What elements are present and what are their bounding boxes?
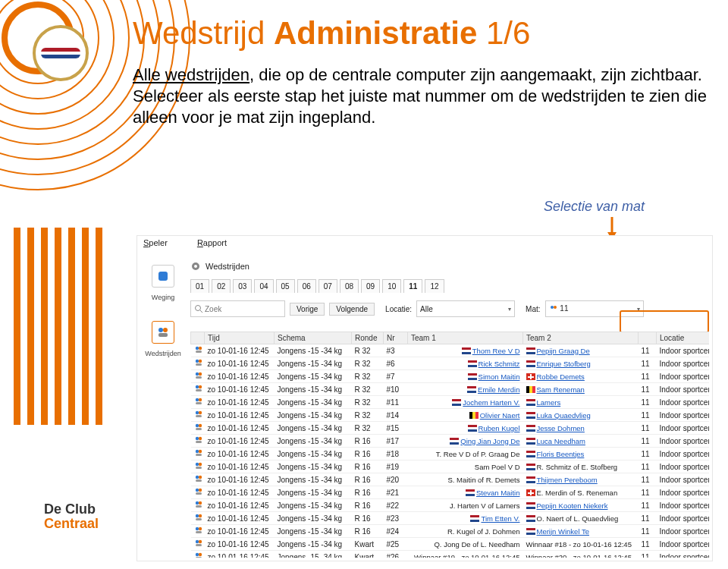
gear-icon	[190, 261, 201, 272]
sidebar-weging-label: Weging	[152, 294, 174, 301]
footer-brand: De Club Centraal	[44, 502, 99, 531]
tab-03[interactable]: 03	[233, 279, 252, 293]
svg-point-47	[198, 424, 201, 427]
svg-point-40	[195, 398, 198, 401]
sidebar-wedstrijden-button[interactable]	[152, 321, 174, 344]
table-row[interactable]: zo 10-01-16 12:45Jongens -15 -34 kgR 32#…	[191, 409, 710, 422]
svg-rect-14	[82, 228, 89, 425]
svg-rect-69	[196, 518, 202, 520]
svg-point-41	[198, 398, 201, 401]
svg-point-46	[195, 424, 198, 427]
table-row[interactable]: zo 10-01-16 12:45Jongens -15 -34 kgR 16#…	[191, 499, 710, 512]
svg-point-64	[195, 501, 198, 505]
svg-point-24	[196, 306, 201, 311]
column-header[interactable]: Team 2	[523, 332, 639, 344]
column-header[interactable]: Tijd	[205, 332, 275, 344]
svg-rect-51	[196, 441, 202, 443]
people-icon	[194, 371, 203, 380]
svg-rect-30	[196, 351, 202, 353]
menubar: Speler Rapport	[137, 236, 712, 253]
svg-point-76	[195, 553, 198, 556]
table-row[interactable]: zo 10-01-16 12:45Jongens -15 -34 kgR 32#…	[191, 344, 710, 357]
tab-05[interactable]: 05	[276, 279, 295, 293]
search-input[interactable]	[190, 300, 285, 317]
matches-table[interactable]: TijdSchemaRondeNrTeam 1Team 2LocatieSch …	[190, 332, 709, 558]
tab-12[interactable]: 12	[425, 279, 444, 293]
table-row[interactable]: zo 10-01-16 12:45Jongens -15 -34 kgKwart…	[191, 538, 710, 551]
column-header[interactable]: Nr	[384, 332, 408, 344]
people-icon	[194, 423, 203, 432]
svg-rect-20	[158, 272, 168, 281]
svg-point-19	[194, 265, 197, 268]
svg-point-27	[554, 306, 557, 309]
svg-point-32	[198, 360, 201, 363]
svg-rect-9	[14, 228, 20, 425]
column-header[interactable]	[191, 332, 205, 344]
svg-rect-48	[196, 428, 202, 430]
column-header[interactable]: Schema	[275, 332, 352, 344]
menu-rapport[interactable]: Rapport	[197, 238, 240, 247]
menu-speler[interactable]: Speler	[143, 238, 181, 247]
chevron-down-icon: ▾	[637, 306, 640, 313]
table-row[interactable]: zo 10-01-16 12:45Jongens -15 -34 kgR 16#…	[191, 525, 710, 538]
column-header[interactable]: Locatie	[657, 332, 710, 344]
table-row[interactable]: zo 10-01-16 12:45Jongens -15 -34 kgR 32#…	[191, 422, 710, 435]
vorige-button[interactable]: Vorige	[290, 303, 325, 316]
svg-point-68	[198, 514, 201, 517]
svg-rect-13	[68, 228, 75, 425]
tab-06[interactable]: 06	[297, 279, 316, 293]
table-row[interactable]: zo 10-01-16 12:45Jongens -15 -34 kgKwart…	[191, 551, 710, 558]
people-icon	[194, 552, 203, 558]
tab-01[interactable]: 01	[190, 279, 209, 293]
locatie-select[interactable]: Alle▾	[416, 300, 515, 317]
tab-09[interactable]: 09	[361, 279, 380, 293]
volgende-button[interactable]: Volgende	[329, 303, 375, 316]
column-header[interactable]: Ronde	[352, 332, 384, 344]
svg-point-38	[198, 385, 201, 388]
svg-point-37	[195, 385, 198, 388]
slide-title: Wedstrijd Administratie 1/6	[133, 15, 530, 52]
svg-rect-10	[27, 228, 34, 425]
table-row[interactable]: zo 10-01-16 12:45Jongens -15 -34 kgR 16#…	[191, 435, 710, 448]
svg-point-53	[198, 450, 201, 453]
svg-point-59	[198, 476, 201, 479]
svg-rect-66	[196, 505, 202, 508]
search-icon	[194, 304, 203, 313]
table-row[interactable]: zo 10-01-16 12:45Jongens -15 -34 kgR 16#…	[191, 486, 710, 499]
tab-10[interactable]: 10	[382, 279, 401, 293]
tab-07[interactable]: 07	[318, 279, 337, 293]
svg-point-22	[163, 328, 168, 332]
table-row[interactable]: zo 10-01-16 12:45Jongens -15 -34 kgR 16#…	[191, 473, 710, 486]
sidebar-weging-button[interactable]	[152, 265, 174, 288]
people-icon	[194, 345, 203, 354]
people-icon	[194, 487, 203, 496]
table-row[interactable]: zo 10-01-16 12:45Jongens -15 -34 kgR 32#…	[191, 370, 710, 383]
table-row[interactable]: zo 10-01-16 12:45Jongens -15 -34 kgR 32#…	[191, 396, 710, 409]
svg-point-70	[195, 527, 198, 530]
mat-label: Mat:	[526, 305, 540, 313]
sidebar-wedstrijden-label: Wedstrijden	[145, 350, 180, 357]
table-row[interactable]: zo 10-01-16 12:45Jongens -15 -34 kgR 16#…	[191, 448, 710, 461]
svg-point-62	[198, 489, 201, 492]
svg-point-56	[198, 463, 201, 466]
table-row[interactable]: zo 10-01-16 12:45Jongens -15 -34 kgR 32#…	[191, 357, 710, 370]
svg-rect-42	[196, 402, 202, 404]
tab-08[interactable]: 08	[340, 279, 359, 293]
people-icon	[194, 500, 203, 509]
svg-point-35	[198, 373, 201, 376]
tab-02[interactable]: 02	[212, 279, 231, 293]
svg-rect-11	[41, 228, 48, 425]
mat-select[interactable]: 11 ▾	[545, 300, 644, 317]
screenshot-panel: Speler Rapport Wedstrijden 0102030405060…	[136, 235, 713, 561]
tab-04[interactable]: 04	[254, 279, 273, 293]
tab-11[interactable]: 11	[403, 279, 422, 293]
svg-rect-72	[196, 531, 202, 533]
table-row[interactable]: zo 10-01-16 12:45Jongens -15 -34 kgR 16#…	[191, 512, 710, 525]
table-row[interactable]: zo 10-01-16 12:45Jongens -15 -34 kgR 16#…	[191, 461, 710, 473]
column-header[interactable]	[639, 332, 657, 344]
svg-rect-45	[196, 415, 202, 417]
table-row[interactable]: zo 10-01-16 12:45Jongens -15 -34 kgR 32#…	[191, 383, 710, 396]
column-header[interactable]: Team 1	[408, 332, 523, 344]
tab-strip: 010203040506070809101112	[190, 276, 712, 296]
locatie-label: Locatie:	[385, 305, 412, 313]
